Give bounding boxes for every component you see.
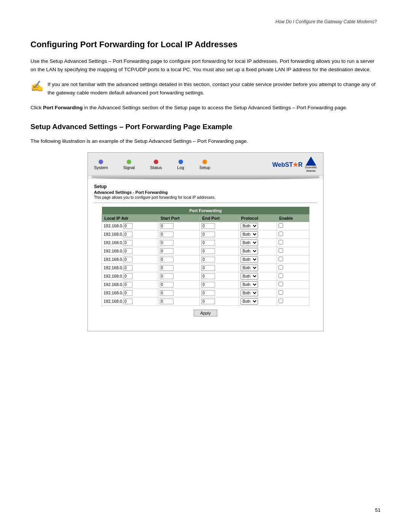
table-section-header-row: Port Forwarding xyxy=(102,207,309,215)
end-port-input[interactable] xyxy=(201,299,215,304)
protocol-select[interactable]: BothTCPUDP xyxy=(241,290,258,296)
nav-label-system: System xyxy=(94,165,108,170)
table-row: 192.168.0.BothTCPUDP xyxy=(102,289,309,297)
setup-subtitle: Advanced Settings - Port Forwarding xyxy=(94,190,317,195)
end-port-input[interactable] xyxy=(201,240,215,246)
star-icon: ★ xyxy=(293,161,298,168)
enable-checkbox[interactable] xyxy=(279,273,283,278)
table-section-header: Port Forwarding xyxy=(102,207,309,215)
ip-last-input[interactable] xyxy=(123,223,132,229)
ip-prefix: 192.168.0. xyxy=(104,240,123,245)
enable-cell xyxy=(277,230,309,238)
ip-last-input[interactable] xyxy=(123,299,132,304)
ip-prefix: 192.168.0. xyxy=(104,274,123,278)
start-port-input[interactable] xyxy=(160,232,174,237)
nav-bar: System Signal Status Log Setup xyxy=(88,153,323,176)
signal-dot xyxy=(127,160,131,164)
port-forwarding-table: Port Forwarding Local IP Adr Start Port … xyxy=(102,207,309,306)
ip-last-input[interactable] xyxy=(123,240,132,246)
ip-last-input[interactable] xyxy=(123,232,132,237)
start-port-input[interactable] xyxy=(160,248,174,254)
note-icon: ✍️ xyxy=(30,81,44,92)
ip-cell: 192.168.0. xyxy=(102,238,158,247)
end-port-input[interactable] xyxy=(201,232,215,237)
enable-checkbox[interactable] xyxy=(279,257,283,261)
sa-text: ScientificAtlanta xyxy=(305,166,317,173)
start-port-input[interactable] xyxy=(160,299,174,304)
table-col-header-row: Local IP Adr Start Port End Port Protoco… xyxy=(102,214,309,222)
webstar-logo: WebST★R xyxy=(272,161,303,168)
ip-prefix: 192.168.0. xyxy=(104,282,123,287)
nav-item-status: Status xyxy=(150,160,162,170)
start-port-cell xyxy=(158,238,200,247)
protocol-select[interactable]: BothTCPUDP xyxy=(241,240,258,246)
protocol-select[interactable]: BothTCPUDP xyxy=(241,248,258,254)
enable-checkbox[interactable] xyxy=(279,282,283,286)
click-pre: Click xyxy=(30,105,43,110)
end-port-input[interactable] xyxy=(201,265,215,271)
enable-checkbox[interactable] xyxy=(279,290,283,295)
ip-last-input[interactable] xyxy=(123,273,132,279)
ip-last-input[interactable] xyxy=(123,290,132,296)
col-end-port: End Port xyxy=(200,214,239,222)
protocol-select[interactable]: BothTCPUDP xyxy=(241,256,258,263)
nav-item-system: System xyxy=(94,160,108,170)
protocol-select[interactable]: BothTCPUDP xyxy=(241,265,258,271)
end-port-input[interactable] xyxy=(201,257,215,262)
note-box: ✍️ If you are not familiar with the adva… xyxy=(30,80,381,97)
enable-checkbox[interactable] xyxy=(279,248,283,253)
end-port-cell xyxy=(200,280,239,289)
apply-button[interactable]: Apply xyxy=(194,310,217,316)
protocol-select[interactable]: BothTCPUDP xyxy=(241,223,258,229)
system-dot xyxy=(99,160,103,164)
start-port-input[interactable] xyxy=(160,240,174,246)
enable-checkbox[interactable] xyxy=(279,265,283,270)
setup-desc: This page allows you to configure port f… xyxy=(94,195,317,203)
end-port-input[interactable] xyxy=(201,248,215,254)
ip-last-input[interactable] xyxy=(123,265,132,271)
end-port-input[interactable] xyxy=(201,282,215,288)
screenshot-container: System Signal Status Log Setup xyxy=(88,152,323,331)
ip-cell: 192.168.0. xyxy=(102,289,158,297)
ip-cell: 192.168.0. xyxy=(102,247,158,255)
sa-logo: ScientificAtlanta xyxy=(305,157,317,173)
end-port-cell xyxy=(200,297,239,305)
start-port-input[interactable] xyxy=(160,273,174,279)
start-port-input[interactable] xyxy=(160,290,174,296)
end-port-input[interactable] xyxy=(201,273,215,279)
protocol-select[interactable]: BothTCPUDP xyxy=(241,231,258,238)
protocol-select[interactable]: BothTCPUDP xyxy=(241,281,258,288)
enable-checkbox[interactable] xyxy=(279,223,283,228)
protocol-select[interactable]: BothTCPUDP xyxy=(241,273,258,280)
enable-cell xyxy=(277,264,309,272)
table-container: Port Forwarding Local IP Adr Start Port … xyxy=(94,203,317,326)
start-port-input[interactable] xyxy=(160,223,174,229)
protocol-select[interactable]: BothTCPUDP xyxy=(241,298,258,305)
end-port-cell xyxy=(200,264,239,272)
section2-title: Setup Advanced Settings – Port Forwardin… xyxy=(30,123,381,131)
enable-checkbox[interactable] xyxy=(279,240,283,244)
enable-checkbox[interactable] xyxy=(279,299,283,303)
ip-last-input[interactable] xyxy=(123,282,132,288)
enable-checkbox[interactable] xyxy=(279,232,283,236)
ip-cell: 192.168.0. xyxy=(102,297,158,305)
end-port-input[interactable] xyxy=(201,223,215,229)
nav-item-signal: Signal xyxy=(123,160,135,170)
start-port-input[interactable] xyxy=(160,282,174,288)
start-port-cell xyxy=(158,255,200,264)
table-row: 192.168.0.BothTCPUDP xyxy=(102,222,309,230)
end-port-input[interactable] xyxy=(201,290,215,296)
ip-last-input[interactable] xyxy=(123,257,132,262)
table-row: 192.168.0.BothTCPUDP xyxy=(102,272,309,280)
status-dot xyxy=(154,160,158,164)
nav-arc xyxy=(92,176,319,179)
start-port-input[interactable] xyxy=(160,265,174,271)
protocol-cell: BothTCPUDP xyxy=(239,222,277,230)
ip-last-input[interactable] xyxy=(123,248,132,254)
start-port-input[interactable] xyxy=(160,257,174,262)
protocol-cell: BothTCPUDP xyxy=(239,255,277,264)
header-text: How Do I Configure the Gateway Cable Mod… xyxy=(276,19,377,24)
table-row: 192.168.0.BothTCPUDP xyxy=(102,264,309,272)
page-container: How Do I Configure the Gateway Cable Mod… xyxy=(0,0,411,532)
start-port-cell xyxy=(158,222,200,230)
